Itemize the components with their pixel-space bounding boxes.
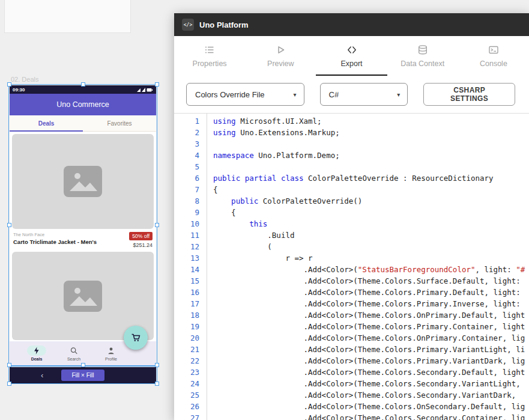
tab-export[interactable]: Export <box>316 36 387 76</box>
tab-label: Properties <box>193 59 227 68</box>
nav-search[interactable]: Search <box>55 346 92 361</box>
chevron-down-icon: ▾ <box>397 91 400 98</box>
selection-handle[interactable] <box>7 223 11 227</box>
phone-mockup[interactable]: 09:30 Uno Commerce Deals Favorites The N… <box>10 85 156 365</box>
product-list: The North Face Carto Triclimate Jacket -… <box>10 132 156 341</box>
nav-label: Deals <box>31 357 43 361</box>
app-tab-bar: Deals Favorites <box>10 115 156 132</box>
selection-handle[interactable] <box>155 363 159 367</box>
product-brand: The North Face <box>13 232 97 237</box>
panel-tab-bar: Properties Preview Export Data Context <box>174 36 529 76</box>
play-icon <box>275 44 286 55</box>
selection-handle[interactable] <box>7 363 11 367</box>
product-name: Carto Triclimate Jacket - Men's <box>13 239 97 245</box>
code-editor[interactable]: 1234567891011121314151617181920212223242… <box>174 113 529 420</box>
fill-mode-button[interactable]: Fill × Fill <box>61 370 105 381</box>
artboard-label: 02. Deals <box>11 76 38 83</box>
tab-console[interactable]: Console <box>458 36 529 76</box>
selection-handle[interactable] <box>7 382 11 386</box>
tab-preview[interactable]: Preview <box>245 36 316 76</box>
uno-logo-icon: </> <box>182 19 194 31</box>
nav-profile[interactable]: Profile <box>92 346 130 361</box>
selection-handle[interactable] <box>7 82 11 87</box>
database-icon <box>417 44 428 55</box>
export-toolbar: Colors Override File ▾ C# ▾ CSHARP SETTI… <box>174 76 529 113</box>
cart-fab[interactable] <box>124 326 148 350</box>
product-image-placeholder <box>12 134 154 229</box>
app-bar: Uno Commerce <box>10 94 156 115</box>
person-icon <box>107 346 115 356</box>
status-time: 09:30 <box>13 87 25 93</box>
chevron-down-icon: ▾ <box>293 91 296 98</box>
tab-data-context[interactable]: Data Context <box>387 36 458 76</box>
tab-label: Console <box>480 59 507 68</box>
image-placeholder-icon <box>64 281 102 312</box>
nav-deals[interactable]: Deals <box>18 345 55 361</box>
code-lines[interactable]: using Microsoft.UI.Xaml;using Uno.Extens… <box>207 114 529 420</box>
nav-label: Search <box>67 357 80 361</box>
bolt-icon <box>27 345 46 356</box>
tab-deals[interactable]: Deals <box>10 115 83 131</box>
product-price: $251.24 <box>133 242 153 248</box>
uno-platform-panel: </> Uno Platform Properties Preview Expo… <box>174 13 529 420</box>
back-chevron-icon[interactable]: ‹ <box>41 371 43 379</box>
panel-title: Uno Platform <box>199 20 249 29</box>
selection-handle[interactable] <box>155 382 159 386</box>
selection-handle[interactable] <box>155 82 159 87</box>
panel-header: </> Uno Platform <box>174 13 529 36</box>
language-value: C# <box>329 90 339 99</box>
tab-favorites[interactable]: Favorites <box>83 115 156 131</box>
selection-handle[interactable] <box>81 82 85 87</box>
tab-properties[interactable]: Properties <box>174 36 245 76</box>
file-type-select[interactable]: Colors Override File ▾ <box>186 83 304 106</box>
code-brackets-icon <box>346 44 357 55</box>
product-info-row[interactable]: The North Face Carto Triclimate Jacket -… <box>12 229 154 252</box>
line-numbers: 1234567891011121314151617181920212223242… <box>174 114 207 420</box>
selection-handle[interactable] <box>81 363 85 367</box>
cart-icon <box>130 332 141 343</box>
status-bar: 09:30 <box>10 85 156 94</box>
adjacent-artboard-edge <box>4 0 131 33</box>
tab-label: Data Context <box>401 59 444 68</box>
csharp-settings-button[interactable]: CSHARP SETTINGS <box>423 83 515 106</box>
frame-toolbar: ‹ Fill × Fill <box>10 367 156 383</box>
tab-label: Preview <box>267 59 294 68</box>
tab-label: Export <box>340 59 362 68</box>
discount-badge: 50% off <box>129 232 153 240</box>
language-select[interactable]: C# ▾ <box>320 83 408 106</box>
console-icon <box>488 44 499 55</box>
image-placeholder-icon <box>64 166 102 197</box>
selection-handle[interactable] <box>155 223 159 227</box>
status-icons <box>137 87 153 93</box>
app-title: Uno Commerce <box>56 100 109 109</box>
nav-label: Profile <box>105 357 117 361</box>
file-type-value: Colors Override File <box>195 90 265 99</box>
list-icon <box>204 44 215 55</box>
search-icon <box>70 346 78 356</box>
